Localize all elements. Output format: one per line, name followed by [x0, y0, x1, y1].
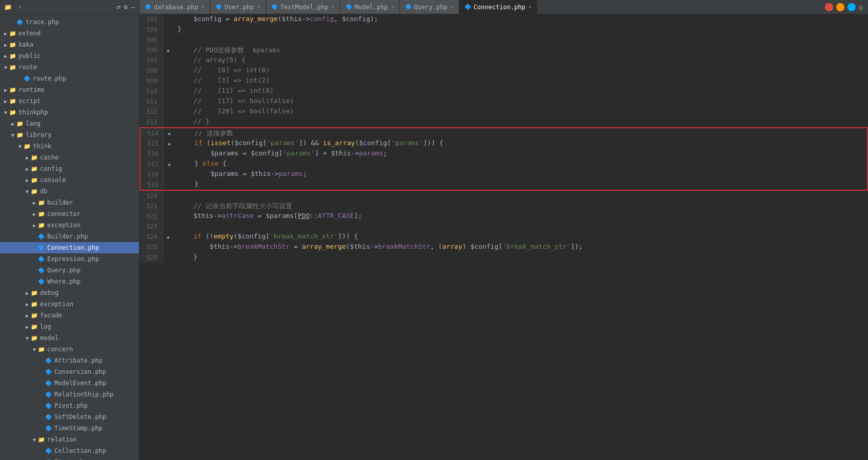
tab-testmodel-php[interactable]: 🔷 TestModel.php ✕: [266, 0, 340, 14]
line-content: [173, 191, 868, 201]
sidebar-item-exception2[interactable]: ▶ 📁 exception: [0, 298, 139, 310]
tree-label: debug: [40, 289, 58, 296]
folder-icon: 📁: [38, 199, 45, 206]
sidebar-item-log[interactable]: ▶ 📁 log: [0, 321, 139, 332]
line-number: 516: [140, 149, 164, 159]
tab-close-btn[interactable]: ✕: [201, 4, 205, 10]
line-gutter: ◆: [163, 45, 173, 55]
sidebar-item-config[interactable]: ▶ 📁 config: [0, 163, 139, 174]
tree-arrow: ▶: [24, 302, 31, 307]
tab-model-php[interactable]: 🔷 Model.php ✕: [340, 0, 400, 14]
folder-icon: 📁: [16, 132, 24, 138]
sidebar-action-2[interactable]: ⚙: [124, 3, 128, 11]
line-content: $params = $this->params;: [174, 169, 867, 179]
code-line-503: 503 $config = array_merge($this->config,…: [139, 14, 868, 25]
folder-icon: 📁: [9, 87, 16, 93]
tree-label: Builder.php: [47, 233, 88, 240]
sidebar-action-1[interactable]: ⇄: [117, 3, 121, 11]
sidebar-item-extend[interactable]: ▶ 📁 extend: [0, 28, 139, 39]
sidebar-item-Conversion-php[interactable]: 🔷 Conversion.php: [0, 366, 139, 377]
line-number: 503: [139, 14, 163, 25]
chrome-icon[interactable]: [825, 3, 833, 11]
sidebar-item-Expression-php[interactable]: 🔷 Expression.php: [0, 253, 139, 265]
tab-user-php[interactable]: 🔷 User.php ✕: [210, 0, 266, 14]
breakpoint-icon: ◆: [168, 162, 171, 167]
line-content: // }: [173, 117, 868, 127]
tab-close-btn[interactable]: ✕: [529, 4, 532, 10]
tab-close-btn[interactable]: ✕: [331, 4, 334, 10]
sidebar-item-library[interactable]: ▼ 📁 library: [0, 129, 139, 141]
editor[interactable]: 503 $config = array_merge($this->config,…: [139, 14, 868, 460]
sidebar-item-route[interactable]: ▼ 📁 route: [0, 62, 139, 73]
sidebar-item-think[interactable]: ▼ 📁 think: [0, 141, 139, 152]
sidebar-item-trace-php[interactable]: 🔷 trace.php: [0, 16, 139, 28]
tab-connection-php[interactable]: 🔷 Connection.php ✕: [459, 0, 537, 14]
sidebar-item-public[interactable]: ▶ 📁 public: [0, 50, 139, 62]
tree-label: trace.php: [26, 18, 59, 26]
sidebar-item-Collection-php[interactable]: 🔷 Collection.php: [0, 445, 139, 456]
sidebar-item-exception[interactable]: ▶ 📁 exception: [0, 219, 139, 231]
browser-settings-icon[interactable]: ⚙: [859, 3, 863, 11]
ie-icon[interactable]: [847, 3, 856, 11]
sidebar-item-thinkphp[interactable]: ▼ 📁 thinkphp: [0, 107, 139, 118]
line-content: $params = $config['params'] + $this->par…: [174, 149, 867, 159]
tab-close-btn[interactable]: ✕: [257, 4, 260, 10]
line-gutter: [164, 169, 174, 179]
sidebar-item-SoftDelete-php[interactable]: 🔷 SoftDelete.php: [0, 411, 139, 423]
sidebar-item-concern[interactable]: ▼ 📁 concern: [0, 344, 139, 355]
tree-arrow: ▶: [2, 31, 9, 36]
line-gutter: [164, 179, 174, 190]
line-number: 517: [140, 159, 164, 169]
sidebar-item-route-php[interactable]: 🔷 route.php: [0, 73, 139, 84]
sidebar-tree: 🔷 trace.php ▶ 📁 extend ▶ 📁 kaka ▶ 📁 publ…: [0, 14, 139, 460]
sidebar-item-model[interactable]: ▼ 📁 model: [0, 332, 139, 344]
line-number: 518: [140, 169, 164, 179]
sidebar-item-Where-php[interactable]: 🔷 Where.php: [0, 276, 139, 287]
sidebar-item-Attribute-php[interactable]: 🔷 Attribute.php: [0, 355, 139, 366]
sidebar-item-RelationShip-php[interactable]: 🔷 RelationShip.php: [0, 389, 139, 400]
tree-arrow: ▶: [24, 177, 31, 183]
tab-close-btn[interactable]: ✕: [391, 4, 394, 10]
tab-query-php[interactable]: 🔷 Query.php ✕: [400, 0, 459, 14]
code-line-511: 511 // [17] => bool(false): [139, 96, 868, 107]
sidebar-item-facade[interactable]: ▶ 📁 facade: [0, 310, 139, 321]
sidebar-item-relation[interactable]: ▼ 📁 relation: [0, 434, 139, 445]
project-dropdown-icon[interactable]: ▾: [18, 4, 22, 10]
sidebar-item-ModelEvent-php[interactable]: 🔷 ModelEvent.php: [0, 377, 139, 389]
sidebar-item-connector[interactable]: ▶ 📁 connector: [0, 208, 139, 219]
php-icon: 🔷: [38, 256, 45, 263]
tree-label: Pivot.php: [54, 402, 88, 409]
line-gutter: [163, 222, 173, 232]
php-icon: 🔷: [38, 245, 45, 251]
line-gutter: [164, 149, 174, 159]
sidebar-action-3[interactable]: —: [131, 3, 135, 11]
sidebar-item-console[interactable]: ▶ 📁 console: [0, 174, 139, 186]
folder-icon: 📁: [31, 166, 38, 172]
sidebar-item-Query-php[interactable]: 🔷 Query.php: [0, 265, 139, 276]
sidebar-item-Pivot-php[interactable]: 🔷 Pivot.php: [0, 400, 139, 411]
sidebar-item-db[interactable]: ▼ 📁 db: [0, 186, 139, 197]
line-gutter: ◆: [164, 138, 174, 149]
line-gutter: [163, 14, 173, 25]
sidebar-item-cache[interactable]: ▶ 📁 cache: [0, 152, 139, 163]
sidebar-item-kaka[interactable]: ▶ 📁 kaka: [0, 39, 139, 50]
tab-database-php[interactable]: 🔷 database.php ✕: [139, 0, 210, 14]
line-gutter: ◆: [164, 128, 174, 138]
sidebar-item-TimeStamp-php[interactable]: 🔷 TimeStamp.php: [0, 423, 139, 434]
firefox-icon[interactable]: [836, 3, 844, 11]
sidebar-item-lang[interactable]: ▶ 📁 lang: [0, 118, 139, 129]
tree-label: connector: [47, 210, 80, 217]
code-line-515: 515◆ if (isset($config['params']) && is_…: [140, 138, 867, 149]
code-line-519: 519 }: [140, 179, 867, 190]
sidebar-item-Pivot2-php[interactable]: 🔷 Pivot.php: [0, 456, 139, 460]
line-content: // [8] => int(0): [173, 66, 868, 76]
line-number: 513: [139, 117, 163, 127]
tab-php-icon: 🔷: [145, 4, 152, 10]
sidebar-item-Connection-php[interactable]: 🔷 Connection.php: [0, 242, 139, 253]
sidebar-item-Builder-php[interactable]: 🔷 Builder.php: [0, 231, 139, 242]
sidebar-item-debug[interactable]: ▶ 📁 debug: [0, 287, 139, 298]
tab-close-btn[interactable]: ✕: [451, 4, 454, 10]
sidebar-item-script[interactable]: ▶ 📁 script: [0, 95, 139, 107]
sidebar-item-builder[interactable]: ▶ 📁 builder: [0, 197, 139, 208]
sidebar-item-runtime[interactable]: ▶ 📁 runtime: [0, 84, 139, 95]
